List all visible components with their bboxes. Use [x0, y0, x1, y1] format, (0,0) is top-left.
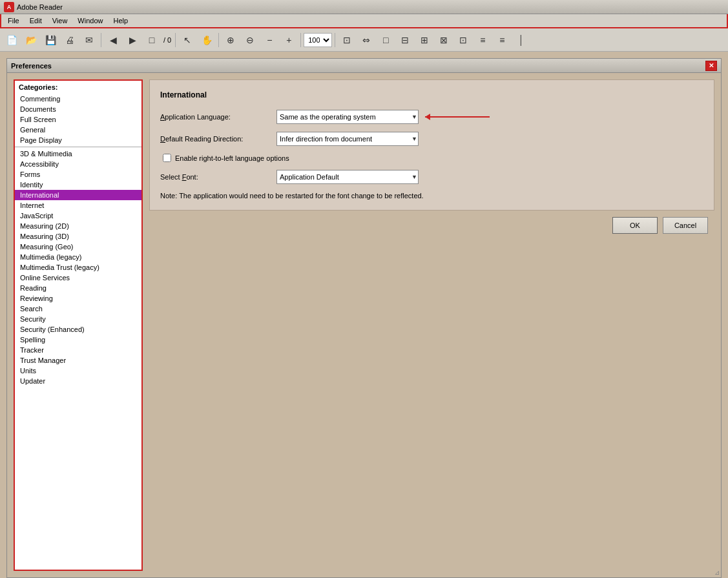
toolbar-open-btn[interactable]: 📂 [22, 31, 40, 49]
toolbar-hand-btn[interactable]: ✋ [198, 31, 216, 49]
sidebar-item-tracker[interactable]: Tracker [15, 345, 141, 355]
sidebar-item-general[interactable]: General [15, 125, 141, 135]
dialog-title-text: Preferences [11, 62, 52, 70]
toolbar-zoom-in-btn[interactable]: ⊕ [222, 31, 240, 49]
app-title: Adobe Reader [17, 3, 724, 11]
menu-edit[interactable]: Edit [25, 15, 47, 26]
content-section: International Application Language: Same… [149, 79, 714, 211]
sidebar-item-updater[interactable]: Updater [15, 376, 141, 386]
categories-label: Categories: [15, 81, 141, 94]
rtl-checkbox-label[interactable]: Enable right-to-left language options [175, 154, 289, 162]
menu-bar: File Edit View Window Help [0, 14, 728, 28]
toolbar-btn-extra1[interactable]: □ [377, 31, 395, 49]
sidebar-item-measuring-geo[interactable]: Measuring (Geo) [15, 242, 141, 252]
sidebar-item-search[interactable]: Search [15, 304, 141, 314]
toolbar-forward-btn[interactable]: ▶ [123, 31, 141, 49]
default-reading-select[interactable]: Infer direction from document Left to Ri… [276, 132, 419, 146]
select-font-select-wrapper: Application Default Arial Times New Roma… [276, 170, 419, 184]
app-language-row: Application Language: Same as the operat… [160, 110, 703, 124]
menu-view[interactable]: View [47, 15, 73, 26]
toolbar-sep-1 [101, 33, 101, 47]
category-list: Commenting Documents Full Screen General… [15, 94, 141, 570]
toolbar-fit-page-btn[interactable]: ⊡ [338, 31, 356, 49]
toolbar-btn-extra4[interactable]: ⊠ [435, 31, 453, 49]
default-reading-select-wrapper: Infer direction from document Left to Ri… [276, 132, 419, 146]
toolbar-sep-5 [335, 33, 335, 47]
toolbar-btn-extra6[interactable]: ≡ [473, 31, 492, 49]
sidebar-item-online-services[interactable]: Online Services [15, 273, 141, 283]
sidebar-item-units[interactable]: Units [15, 366, 141, 376]
app-language-label: Application Language: [160, 113, 276, 121]
sidebar-item-3d-multimedia[interactable]: 3D & Multimedia [15, 149, 141, 159]
toolbar-print-btn[interactable]: 🖨 [61, 31, 79, 49]
toolbar-btn-extra3[interactable]: ⊞ [415, 31, 433, 49]
preferences-dialog: Preferences ✕ Categories: Commenting Doc… [6, 58, 722, 578]
sidebar-item-page-display[interactable]: Page Display [15, 135, 141, 145]
section-title: International [160, 90, 703, 99]
sidebar-item-commenting[interactable]: Commenting [15, 94, 141, 104]
sidebar-item-security-enhanced[interactable]: Security (Enhanced) [15, 324, 141, 335]
sidebar-item-reviewing[interactable]: Reviewing [15, 293, 141, 304]
sidebar-item-forms[interactable]: Forms [15, 169, 141, 180]
sidebar-item-reading[interactable]: Reading [15, 283, 141, 293]
toolbar-new-btn[interactable]: 📄 [3, 31, 21, 49]
menu-help[interactable]: Help [108, 15, 133, 26]
sidebar-item-documents[interactable]: Documents [15, 104, 141, 114]
app-icon: A [4, 2, 14, 12]
dialog-close-button[interactable]: ✕ [705, 61, 717, 71]
category-group-basic: Commenting Documents Full Screen General… [15, 94, 141, 147]
sidebar-item-identity[interactable]: Identity [15, 180, 141, 190]
toolbar: 📄 📂 💾 🖨 ✉ ◀ ▶ □ / 0 ↖ ✋ ⊕ ⊖ − + 100% ⊡ ⇔… [0, 28, 728, 52]
toolbar-sep-4 [300, 33, 301, 47]
sidebar-item-multimedia-trust[interactable]: Multimedia Trust (legacy) [15, 262, 141, 273]
app-language-select[interactable]: Same as the operating system English Ger… [276, 110, 419, 124]
toolbar-back-btn[interactable]: ◀ [104, 31, 122, 49]
toolbar-zoom-plus-btn[interactable]: + [280, 31, 298, 49]
toolbar-page-count: / 0 [162, 36, 172, 44]
sidebar-item-measuring-2d[interactable]: Measuring (2D) [15, 221, 141, 231]
toolbar-fit-width-btn[interactable]: ⇔ [357, 31, 375, 49]
font-change-note: Note: The application would need to be r… [160, 192, 703, 200]
sidebar-item-javascript[interactable]: JavaScript [15, 211, 141, 221]
rtl-checkbox-row: Enable right-to-left language options [160, 154, 703, 162]
toolbar-zoom-out-btn[interactable]: ⊖ [241, 31, 259, 49]
sidebar-item-international[interactable]: International [15, 190, 141, 200]
dialog-title-bar: Preferences ✕ [7, 59, 721, 73]
arrow-indicator [425, 116, 490, 118]
sidebar-item-spelling[interactable]: Spelling [15, 335, 141, 345]
sidebar-item-accessibility[interactable]: Accessibility [15, 159, 141, 169]
toolbar-sep-2 [175, 33, 176, 47]
dialog-body: Categories: Commenting Documents Full Sc… [7, 73, 721, 577]
sidebar-item-measuring-3d[interactable]: Measuring (3D) [15, 231, 141, 242]
categories-panel: Categories: Commenting Documents Full Sc… [14, 79, 143, 571]
select-font-label: Select Font: [160, 173, 276, 181]
sidebar-item-multimedia-legacy[interactable]: Multimedia (legacy) [15, 252, 141, 262]
menu-file[interactable]: File [3, 15, 25, 26]
dialog-footer: OK Cancel [149, 211, 714, 240]
toolbar-zoom-select[interactable]: 100% [304, 33, 332, 47]
category-group-advanced: 3D & Multimedia Accessibility Forms Iden… [15, 149, 141, 386]
sidebar-item-internet[interactable]: Internet [15, 200, 141, 211]
sidebar-item-trust-manager[interactable]: Trust Manager [15, 355, 141, 366]
main-area: Preferences ✕ Categories: Commenting Doc… [0, 52, 728, 578]
toolbar-btn-extra2[interactable]: ⊟ [396, 31, 414, 49]
sidebar-item-security[interactable]: Security [15, 314, 141, 324]
toolbar-select-btn[interactable]: ↖ [178, 31, 196, 49]
toolbar-btn-extra8[interactable]: │ [512, 31, 530, 49]
rtl-checkbox[interactable] [163, 154, 171, 162]
toolbar-sep-3 [218, 33, 219, 47]
toolbar-page-btn[interactable]: □ [143, 31, 161, 49]
sidebar-item-full-screen[interactable]: Full Screen [15, 114, 141, 125]
title-bar: A Adobe Reader [0, 0, 728, 14]
resize-handle[interactable]: ⊿ [714, 569, 720, 576]
cancel-button[interactable]: Cancel [663, 217, 708, 234]
toolbar-email-btn[interactable]: ✉ [80, 31, 98, 49]
toolbar-zoom-minus-btn[interactable]: − [260, 31, 278, 49]
menu-window[interactable]: Window [72, 15, 108, 26]
toolbar-btn-extra5[interactable]: ⊡ [454, 31, 472, 49]
select-font-row: Select Font: Application Default Arial T… [160, 170, 703, 184]
select-font-select[interactable]: Application Default Arial Times New Roma… [276, 170, 419, 184]
toolbar-save-btn[interactable]: 💾 [41, 31, 59, 49]
toolbar-btn-extra7[interactable]: ≡ [493, 31, 511, 49]
ok-button[interactable]: OK [612, 217, 658, 234]
